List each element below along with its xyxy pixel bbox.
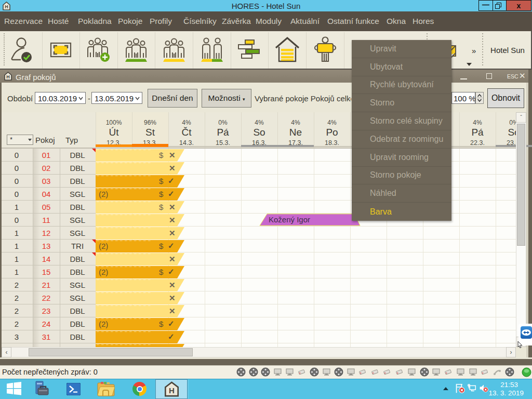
svg-text:H: H: [169, 386, 175, 395]
svg-text:H: H: [6, 74, 10, 79]
